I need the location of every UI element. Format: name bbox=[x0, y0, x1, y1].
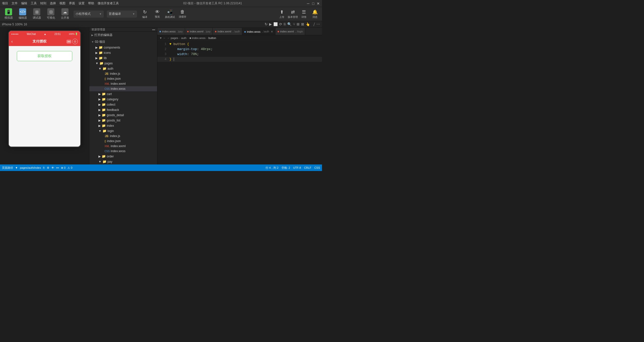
login-indexjson-label: index.json bbox=[107, 139, 121, 143]
login-indexjs[interactable]: JS index.js bbox=[89, 134, 157, 139]
close-button[interactable]: ✕ bbox=[316, 2, 320, 5]
search-icon[interactable]: 🔍 bbox=[287, 22, 292, 26]
branch-icon[interactable]: ⑂ bbox=[293, 22, 295, 26]
notify-button[interactable]: 🔔 消息 bbox=[310, 8, 320, 20]
folder-goods-detail[interactable]: ▶ 📁 goods_detail bbox=[89, 112, 157, 118]
auth-indexjs[interactable]: JS index.js bbox=[89, 71, 157, 76]
breadcrumb-pages[interactable]: pages bbox=[171, 36, 178, 39]
more-statusbar-icon[interactable]: ••• bbox=[56, 166, 59, 169]
copy-icon[interactable]: ⎘ bbox=[284, 22, 286, 26]
forward-nav-icon[interactable]: → bbox=[167, 36, 170, 39]
play-icon[interactable]: ▶ bbox=[269, 22, 272, 26]
split-icon[interactable]: ⧸ bbox=[313, 22, 315, 26]
folder-auth[interactable]: ▼ 📁 auth bbox=[89, 66, 157, 71]
settings-icon[interactable]: ⚙ bbox=[47, 166, 49, 169]
tab-close-icon[interactable]: ✕ bbox=[271, 30, 273, 33]
auth-indexwxss[interactable]: CSS index.wxss bbox=[89, 86, 157, 91]
refresh-icon[interactable]: ↻ bbox=[265, 22, 268, 26]
compile-dropdown[interactable]: 普通编译 ▼ bbox=[107, 11, 137, 18]
version-button[interactable]: ⇄ 版本管理 bbox=[288, 8, 298, 20]
menu-file[interactable]: 文件 bbox=[12, 1, 18, 6]
tab-pay-wxss[interactable]: ■ index.wxss ..\pay bbox=[157, 28, 185, 35]
tab-auth-wxss[interactable]: ■ index.wxss ...\auth ✕ bbox=[242, 28, 275, 35]
debugger-button[interactable]: ⊞ 调试器 bbox=[30, 8, 43, 20]
folder-category[interactable]: ▶ 📁 category bbox=[89, 97, 157, 102]
folder-icon: 📁 bbox=[102, 92, 106, 96]
menu-project[interactable]: 项目 bbox=[2, 1, 8, 6]
visualize-button[interactable]: ⊟ 可视化 bbox=[44, 8, 57, 20]
menu-settings[interactable]: 设置 bbox=[79, 1, 85, 6]
cloud-icon: ☁ bbox=[61, 8, 68, 15]
login-indexwxml[interactable]: XML index.wxml bbox=[89, 144, 157, 149]
real-debug-button[interactable]: 📲 真机调试 bbox=[164, 8, 176, 20]
folder-login[interactable]: ▼ 📁 login bbox=[89, 128, 157, 134]
menu-tools[interactable]: 工具 bbox=[31, 1, 37, 6]
menu-interface[interactable]: 界面 bbox=[69, 1, 75, 6]
touch-icon[interactable]: 👆 bbox=[306, 22, 310, 26]
folder-components[interactable]: ▶ 📁 components bbox=[89, 45, 157, 50]
mode-dropdown[interactable]: 小程序模式 ▼ bbox=[74, 11, 104, 18]
more-icon[interactable]: ⋯ bbox=[316, 22, 320, 26]
back-button[interactable]: ‹ bbox=[11, 39, 13, 44]
menu-bar[interactable]: 项目 文件 编辑 工具 转到 选择 视图 界面 设置 帮助 微信开发者工具 bbox=[2, 1, 119, 6]
compile-button[interactable]: ↻ 编译 bbox=[139, 8, 151, 20]
maximize-button[interactable]: □ bbox=[311, 2, 315, 5]
wxml-dot-icon: ■ bbox=[215, 30, 217, 33]
login-indexwxss[interactable]: CSS index.wxss bbox=[89, 149, 157, 154]
phone-menu-btn[interactable]: ••• bbox=[66, 40, 71, 44]
folder-collect[interactable]: ▶ 📁 collect bbox=[89, 102, 157, 107]
menu-help[interactable]: 帮助 bbox=[88, 1, 94, 6]
grid-icon[interactable]: ⊞ bbox=[297, 22, 300, 26]
folder-cart[interactable]: ▶ 📁 cart bbox=[89, 91, 157, 97]
breadcrumb-file[interactable]: ■ index.wxss bbox=[190, 36, 206, 39]
explorer-more-icon[interactable]: ••• bbox=[152, 28, 155, 31]
folder-lib[interactable]: ▶ 📁 lib bbox=[89, 55, 157, 61]
menu-select[interactable]: 选择 bbox=[50, 1, 56, 6]
folder-pay[interactable]: ▼ 📁 pay bbox=[89, 159, 157, 164]
titlebar: 项目 文件 编辑 工具 转到 选择 视图 界面 设置 帮助 微信开发者工具 02… bbox=[0, 0, 322, 7]
editor-collapse-icon[interactable]: ▼ bbox=[159, 36, 162, 39]
folder-feedback[interactable]: ▶ 📁 feedback bbox=[89, 107, 157, 112]
breadcrumb-auth[interactable]: auth bbox=[181, 36, 187, 39]
login-indexjson[interactable]: {} index.json bbox=[89, 139, 157, 144]
back-nav-icon[interactable]: ← bbox=[163, 36, 166, 39]
tab-auth-wxml[interactable]: ■ index.wxml ...\auth bbox=[213, 28, 242, 35]
eye-icon[interactable]: 👁 bbox=[51, 166, 54, 169]
menu-view[interactable]: 视图 bbox=[59, 1, 65, 6]
menu-goto[interactable]: 转到 bbox=[40, 1, 46, 6]
menu-edit[interactable]: 编辑 bbox=[21, 1, 27, 6]
code-area[interactable]: 1 ▼ button { 2 margin-top: 40rpx; 3 widt… bbox=[157, 41, 322, 164]
phone-close-btn[interactable]: ⊙ bbox=[72, 39, 78, 44]
path-copy-icon[interactable]: ⎘ bbox=[43, 166, 45, 169]
upload-button[interactable]: ⬆ 上传 bbox=[277, 8, 287, 20]
auth-button[interactable]: 获取授权 bbox=[17, 51, 72, 61]
minimize-button[interactable]: ─ bbox=[306, 2, 310, 5]
pay-indexjs[interactable]: JS index.js bbox=[89, 164, 157, 164]
simulator-button[interactable]: 📱 模拟器 bbox=[2, 8, 15, 20]
upload-icon: ⬆ bbox=[280, 9, 284, 15]
editor-button[interactable]: </> 编辑器 bbox=[16, 8, 29, 20]
folder-order[interactable]: ▶ 📁 order bbox=[89, 154, 157, 159]
breadcrumb-selector[interactable]: button bbox=[208, 36, 216, 39]
auth-indexwxml[interactable]: XML index.wxml bbox=[89, 81, 157, 86]
folder-index[interactable]: ▶ 📁 index bbox=[89, 123, 157, 128]
folder-pages[interactable]: ▼ 📁 pages bbox=[89, 61, 157, 66]
rotate-icon[interactable]: ⟳ bbox=[279, 22, 282, 26]
auth-indexjson[interactable]: {} index.json bbox=[89, 76, 157, 81]
open-editors-header[interactable]: ▶ 打开的编辑器 bbox=[89, 32, 157, 38]
screen-icon[interactable]: ⬜ bbox=[273, 22, 278, 26]
cloud-button[interactable]: ☁ 云开发 bbox=[58, 8, 71, 20]
preview-button[interactable]: 👁 预览 bbox=[152, 8, 163, 20]
cache-clean-button[interactable]: 🗑 清缓存 bbox=[177, 8, 188, 20]
explorer-icons[interactable]: ••• bbox=[152, 28, 155, 31]
menu-devtools[interactable]: 微信开发者工具 bbox=[98, 1, 119, 6]
folder-icons[interactable]: ▶ 📁 icons bbox=[89, 50, 157, 55]
window-controls[interactable]: ─ □ ✕ bbox=[306, 2, 320, 5]
folder-goods-list[interactable]: ▶ 📁 goods_list bbox=[89, 118, 157, 123]
detail-button[interactable]: ☰ 详情 bbox=[299, 8, 309, 20]
tab-pay-wxml[interactable]: ■ index.wxml ..\pay bbox=[185, 28, 213, 35]
nav-icon[interactable]: ⊠ bbox=[301, 22, 304, 26]
goods-list-label: goods_list bbox=[107, 119, 120, 122]
tab-login-wxml[interactable]: ■ index.wxml ...\login bbox=[275, 28, 305, 35]
project-header[interactable]: ▼ 02-项目 bbox=[89, 39, 157, 45]
